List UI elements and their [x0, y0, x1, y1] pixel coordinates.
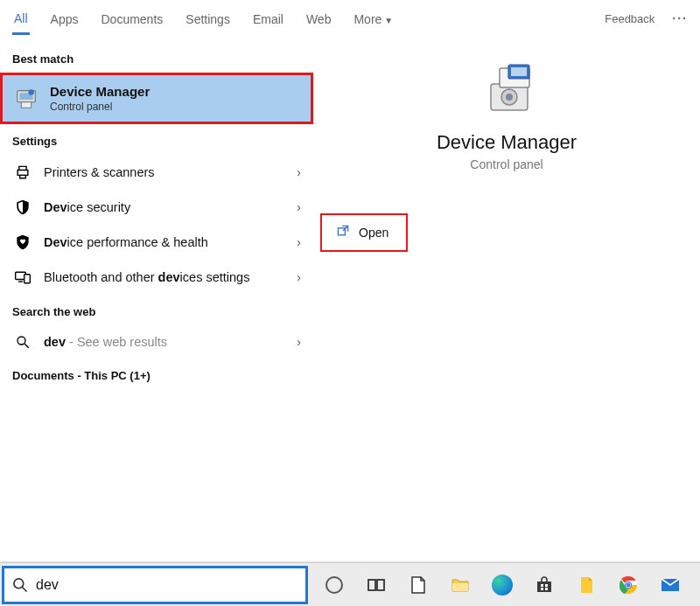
chevron-right-icon: › — [297, 235, 301, 249]
edge-icon[interactable] — [483, 565, 522, 605]
tab-settings[interactable]: Settings — [184, 3, 232, 33]
search-icon — [4, 576, 36, 594]
open-button[interactable]: Open — [322, 215, 406, 250]
web-result-label: dev - See web results — [44, 335, 297, 349]
tab-all[interactable]: All — [12, 3, 30, 35]
svg-point-30 — [626, 582, 631, 587]
feedback-link[interactable]: Feedback — [605, 12, 654, 25]
chevron-right-icon: › — [297, 335, 301, 349]
tab-web[interactable]: Web — [304, 3, 333, 33]
svg-rect-24 — [545, 584, 548, 587]
svg-rect-20 — [368, 580, 375, 590]
chevron-right-icon: › — [297, 200, 301, 214]
device-manager-icon — [13, 86, 39, 112]
device-manager-large-icon — [475, 58, 538, 117]
chevron-right-icon: › — [297, 270, 301, 284]
svg-rect-25 — [541, 588, 543, 590]
tab-more[interactable]: More▼ — [352, 3, 395, 33]
svg-point-19 — [326, 577, 342, 593]
svg-point-3 — [28, 89, 34, 95]
taskbar — [0, 562, 700, 606]
results-column: Best match Device Manager Control panel … — [0, 37, 313, 561]
libreoffice-icon[interactable] — [399, 565, 438, 605]
search-icon — [12, 334, 33, 350]
cortana-icon[interactable] — [315, 565, 354, 605]
overflow-menu-icon[interactable]: ··· — [672, 11, 688, 25]
detail-column: Device Manager Control panel Open — [313, 37, 700, 561]
mail-icon[interactable] — [651, 565, 690, 605]
settings-item-label: Bluetooth and other devices settings — [44, 270, 297, 284]
search-web-header: Search the web — [0, 295, 313, 325]
search-panel: All Apps Documents Settings Email Web Mo… — [0, 0, 700, 562]
settings-item-bluetooth[interactable]: Bluetooth and other devices settings › — [0, 260, 313, 295]
annotation-open-action: Open — [320, 213, 408, 252]
settings-item-label: Device security — [44, 200, 297, 214]
settings-item-security[interactable]: Device security › — [0, 190, 313, 225]
svg-line-18 — [23, 587, 27, 591]
svg-rect-5 — [24, 275, 31, 283]
detail-subtitle: Control panel — [470, 157, 542, 171]
heart-shield-icon — [12, 233, 33, 251]
best-match-subtitle: Control panel — [50, 101, 150, 113]
annotation-best-match: Device Manager Control panel — [0, 73, 313, 124]
svg-rect-22 — [452, 583, 468, 591]
file-explorer-icon[interactable] — [441, 565, 480, 605]
open-label: Open — [359, 226, 388, 240]
settings-item-label: Printers & scanners — [44, 165, 297, 179]
detail-title: Device Manager — [437, 131, 577, 154]
taskbar-search-box[interactable] — [2, 566, 308, 604]
chevron-right-icon: › — [297, 165, 301, 179]
settings-header: Settings — [0, 124, 313, 155]
svg-point-7 — [18, 337, 25, 345]
tab-email[interactable]: Email — [251, 3, 285, 33]
best-match-result[interactable]: Device Manager Control panel — [3, 75, 311, 122]
taskbar-icons — [310, 565, 690, 605]
svg-line-8 — [24, 344, 29, 348]
tabs-bar: All Apps Documents Settings Email Web Mo… — [0, 0, 700, 37]
svg-rect-23 — [541, 584, 543, 587]
best-match-header: Best match — [0, 42, 313, 73]
document-icon[interactable] — [567, 565, 606, 605]
open-external-icon — [336, 224, 350, 241]
main-split: Best match Device Manager Control panel … — [0, 37, 700, 561]
tab-documents[interactable]: Documents — [99, 3, 164, 33]
svg-point-17 — [14, 578, 24, 588]
svg-rect-14 — [511, 67, 527, 76]
tab-apps[interactable]: Apps — [49, 3, 80, 33]
settings-item-performance[interactable]: Device performance & health › — [0, 225, 313, 260]
shield-icon — [12, 199, 33, 216]
printer-icon — [12, 164, 33, 181]
store-icon[interactable] — [525, 565, 564, 605]
best-match-title: Device Manager — [50, 84, 150, 99]
web-result-item[interactable]: dev - See web results › — [0, 325, 313, 359]
devices-icon — [12, 268, 33, 286]
search-input[interactable] — [36, 574, 305, 596]
svg-rect-26 — [545, 588, 548, 590]
settings-item-label: Device performance & health — [44, 235, 297, 249]
chrome-icon[interactable] — [609, 565, 648, 605]
documents-header: Documents - This PC (1+) — [0, 359, 313, 389]
svg-rect-21 — [377, 580, 384, 590]
settings-item-printers[interactable]: Printers & scanners › — [0, 155, 313, 190]
svg-point-11 — [506, 94, 513, 101]
task-view-icon[interactable] — [357, 565, 396, 605]
svg-rect-2 — [21, 101, 31, 108]
